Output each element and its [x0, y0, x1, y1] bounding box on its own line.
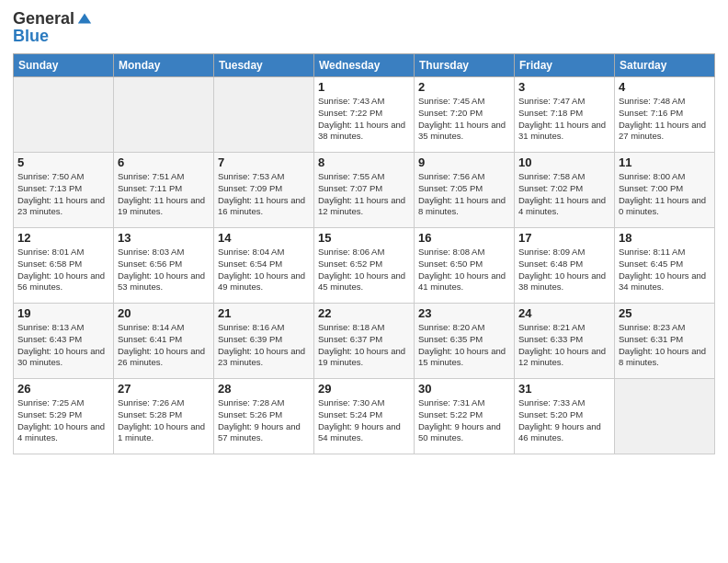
day-info: Sunrise: 7:58 AM Sunset: 7:02 PM Dayligh…: [518, 171, 610, 218]
day-number: 8: [318, 155, 410, 169]
calendar-cell: 30Sunrise: 7:31 AM Sunset: 5:22 PM Dayli…: [415, 379, 515, 454]
calendar-cell: 15Sunrise: 8:06 AM Sunset: 6:52 PM Dayli…: [314, 228, 415, 304]
calendar-cell: 1Sunrise: 7:43 AM Sunset: 7:22 PM Daylig…: [314, 77, 415, 153]
day-number: 30: [418, 382, 510, 396]
header: General Blue: [13, 9, 715, 46]
day-number: 15: [318, 231, 410, 245]
day-number: 10: [518, 155, 610, 169]
calendar-cell: 8Sunrise: 7:55 AM Sunset: 7:07 PM Daylig…: [314, 153, 415, 228]
day-number: 21: [218, 306, 310, 320]
day-info: Sunrise: 8:18 AM Sunset: 6:37 PM Dayligh…: [318, 322, 410, 369]
calendar-cell: 23Sunrise: 8:20 AM Sunset: 6:35 PM Dayli…: [415, 304, 515, 379]
day-number: 27: [118, 382, 210, 396]
day-number: 28: [218, 382, 310, 396]
day-number: 26: [17, 382, 109, 396]
week-row-3: 12Sunrise: 8:01 AM Sunset: 6:58 PM Dayli…: [14, 228, 715, 304]
day-info: Sunrise: 8:16 AM Sunset: 6:39 PM Dayligh…: [218, 322, 310, 369]
day-number: 29: [318, 382, 410, 396]
svg-marker-0: [78, 13, 91, 23]
calendar-cell: 21Sunrise: 8:16 AM Sunset: 6:39 PM Dayli…: [214, 304, 314, 379]
day-number: 11: [619, 155, 711, 169]
calendar-cell: 11Sunrise: 8:00 AM Sunset: 7:00 PM Dayli…: [615, 153, 715, 228]
day-info: Sunrise: 7:33 AM Sunset: 5:20 PM Dayligh…: [518, 397, 610, 444]
day-info: Sunrise: 7:25 AM Sunset: 5:29 PM Dayligh…: [17, 397, 109, 444]
weekday-header-sunday: Sunday: [14, 54, 114, 77]
day-info: Sunrise: 8:01 AM Sunset: 6:58 PM Dayligh…: [17, 247, 109, 293]
day-number: 16: [418, 231, 510, 245]
day-info: Sunrise: 7:53 AM Sunset: 7:09 PM Dayligh…: [218, 171, 310, 218]
day-number: 22: [318, 306, 410, 320]
logo-blue-text: Blue: [13, 27, 93, 46]
day-info: Sunrise: 8:23 AM Sunset: 6:31 PM Dayligh…: [619, 322, 711, 369]
day-number: 31: [518, 382, 610, 396]
day-info: Sunrise: 7:30 AM Sunset: 5:24 PM Dayligh…: [318, 397, 410, 444]
day-number: 24: [518, 306, 610, 320]
day-info: Sunrise: 7:28 AM Sunset: 5:26 PM Dayligh…: [218, 397, 310, 444]
calendar-cell: 12Sunrise: 8:01 AM Sunset: 6:58 PM Dayli…: [14, 228, 114, 304]
day-number: 6: [118, 155, 210, 169]
page: General Blue SundayMondayTuesdayWednesda…: [0, 0, 728, 563]
day-number: 23: [418, 306, 510, 320]
day-number: 19: [17, 306, 109, 320]
weekday-header-monday: Monday: [114, 54, 214, 77]
day-info: Sunrise: 8:21 AM Sunset: 6:33 PM Dayligh…: [518, 322, 610, 369]
day-number: 9: [418, 155, 510, 169]
day-number: 25: [619, 306, 711, 320]
day-info: Sunrise: 8:00 AM Sunset: 7:00 PM Dayligh…: [619, 171, 711, 218]
calendar: SundayMondayTuesdayWednesdayThursdayFrid…: [13, 53, 715, 454]
day-info: Sunrise: 8:03 AM Sunset: 6:56 PM Dayligh…: [118, 247, 210, 293]
calendar-cell: [14, 77, 114, 153]
day-info: Sunrise: 7:43 AM Sunset: 7:22 PM Dayligh…: [318, 96, 410, 143]
calendar-cell: 16Sunrise: 8:08 AM Sunset: 6:50 PM Dayli…: [415, 228, 515, 304]
weekday-header-tuesday: Tuesday: [214, 54, 314, 77]
calendar-cell: 20Sunrise: 8:14 AM Sunset: 6:41 PM Dayli…: [114, 304, 214, 379]
day-info: Sunrise: 7:55 AM Sunset: 7:07 PM Dayligh…: [318, 171, 410, 218]
day-number: 13: [118, 231, 210, 245]
calendar-cell: 4Sunrise: 7:48 AM Sunset: 7:16 PM Daylig…: [615, 77, 715, 153]
day-info: Sunrise: 7:31 AM Sunset: 5:22 PM Dayligh…: [418, 397, 510, 444]
week-row-5: 26Sunrise: 7:25 AM Sunset: 5:29 PM Dayli…: [14, 379, 715, 454]
calendar-cell: 19Sunrise: 8:13 AM Sunset: 6:43 PM Dayli…: [14, 304, 114, 379]
weekday-header-row: SundayMondayTuesdayWednesdayThursdayFrid…: [14, 54, 715, 77]
weekday-header-friday: Friday: [515, 54, 615, 77]
day-info: Sunrise: 8:08 AM Sunset: 6:50 PM Dayligh…: [418, 247, 510, 293]
day-number: 2: [418, 80, 510, 94]
week-row-2: 5Sunrise: 7:50 AM Sunset: 7:13 PM Daylig…: [14, 153, 715, 228]
day-number: 20: [118, 306, 210, 320]
day-info: Sunrise: 7:48 AM Sunset: 7:16 PM Dayligh…: [619, 96, 711, 143]
calendar-cell: 5Sunrise: 7:50 AM Sunset: 7:13 PM Daylig…: [14, 153, 114, 228]
weekday-header-saturday: Saturday: [615, 54, 715, 77]
calendar-cell: 31Sunrise: 7:33 AM Sunset: 5:20 PM Dayli…: [515, 379, 615, 454]
day-info: Sunrise: 7:56 AM Sunset: 7:05 PM Dayligh…: [418, 171, 510, 218]
day-info: Sunrise: 8:11 AM Sunset: 6:45 PM Dayligh…: [619, 247, 711, 293]
calendar-cell: 18Sunrise: 8:11 AM Sunset: 6:45 PM Dayli…: [615, 228, 715, 304]
calendar-cell: [615, 379, 715, 454]
calendar-cell: 27Sunrise: 7:26 AM Sunset: 5:28 PM Dayli…: [114, 379, 214, 454]
day-number: 14: [218, 231, 310, 245]
logo-general-text: General: [13, 9, 74, 29]
day-number: 1: [318, 80, 410, 94]
day-info: Sunrise: 7:47 AM Sunset: 7:18 PM Dayligh…: [518, 96, 610, 143]
day-number: 4: [619, 80, 711, 94]
logo: General Blue: [13, 9, 93, 46]
logo-icon: [76, 10, 93, 27]
day-number: 5: [17, 155, 109, 169]
week-row-1: 1Sunrise: 7:43 AM Sunset: 7:22 PM Daylig…: [14, 77, 715, 153]
day-info: Sunrise: 7:50 AM Sunset: 7:13 PM Dayligh…: [17, 171, 109, 218]
day-info: Sunrise: 7:51 AM Sunset: 7:11 PM Dayligh…: [118, 171, 210, 218]
calendar-cell: 17Sunrise: 8:09 AM Sunset: 6:48 PM Dayli…: [515, 228, 615, 304]
calendar-cell: 29Sunrise: 7:30 AM Sunset: 5:24 PM Dayli…: [314, 379, 415, 454]
calendar-cell: 6Sunrise: 7:51 AM Sunset: 7:11 PM Daylig…: [114, 153, 214, 228]
day-info: Sunrise: 8:20 AM Sunset: 6:35 PM Dayligh…: [418, 322, 510, 369]
weekday-header-thursday: Thursday: [415, 54, 515, 77]
calendar-cell: 13Sunrise: 8:03 AM Sunset: 6:56 PM Dayli…: [114, 228, 214, 304]
day-info: Sunrise: 8:14 AM Sunset: 6:41 PM Dayligh…: [118, 322, 210, 369]
calendar-cell: [214, 77, 314, 153]
calendar-cell: 10Sunrise: 7:58 AM Sunset: 7:02 PM Dayli…: [515, 153, 615, 228]
calendar-cell: 22Sunrise: 8:18 AM Sunset: 6:37 PM Dayli…: [314, 304, 415, 379]
day-info: Sunrise: 8:04 AM Sunset: 6:54 PM Dayligh…: [218, 247, 310, 293]
day-info: Sunrise: 8:06 AM Sunset: 6:52 PM Dayligh…: [318, 247, 410, 293]
day-info: Sunrise: 8:09 AM Sunset: 6:48 PM Dayligh…: [518, 247, 610, 293]
day-number: 3: [518, 80, 610, 94]
calendar-cell: 14Sunrise: 8:04 AM Sunset: 6:54 PM Dayli…: [214, 228, 314, 304]
